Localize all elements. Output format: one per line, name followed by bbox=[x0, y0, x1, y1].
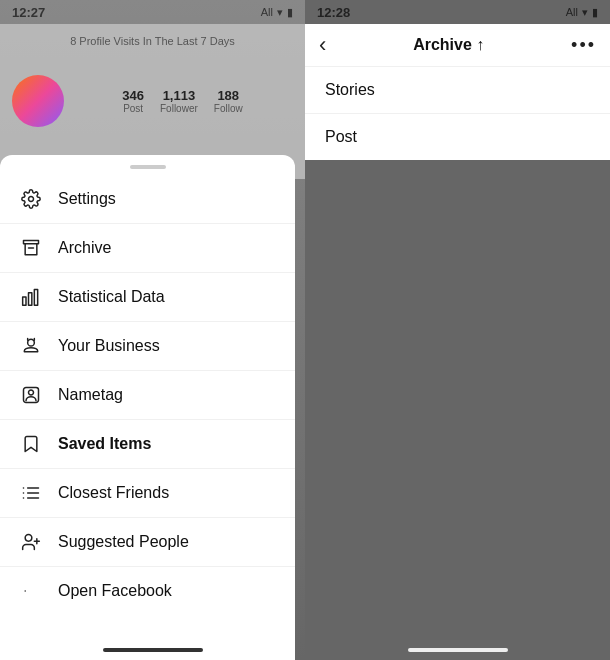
stat-following: 188 Follow bbox=[214, 88, 243, 114]
list-icon bbox=[20, 482, 42, 504]
business-icon bbox=[20, 335, 42, 357]
facebook-icon bbox=[20, 580, 42, 602]
svg-point-5 bbox=[28, 339, 35, 346]
menu-statistical-data-label: Statistical Data bbox=[58, 288, 165, 306]
stat-following-number: 188 bbox=[214, 88, 243, 103]
left-network-icon: All bbox=[261, 6, 273, 18]
nametag-icon bbox=[20, 384, 42, 406]
stat-posts-number: 346 bbox=[122, 88, 144, 103]
post-option[interactable]: Post bbox=[305, 114, 610, 160]
svg-point-14 bbox=[25, 535, 32, 542]
menu-item-nametag[interactable]: Nametag bbox=[0, 371, 295, 420]
avatar bbox=[12, 75, 64, 127]
svg-rect-4 bbox=[34, 290, 37, 306]
right-panel: 12:28 All ▾ ▮ ‹ Archive ↑ ••• Stories Po… bbox=[305, 0, 610, 660]
left-panel: 12:27 All ▾ ▮ 8 Profile Visits In The La… bbox=[0, 0, 305, 660]
drawer-handle bbox=[0, 155, 295, 175]
profile-stats: 346 Post 1,113 Follower 188 Follow bbox=[72, 88, 293, 114]
menu-settings-label: Settings bbox=[58, 190, 116, 208]
right-network-icon: All bbox=[566, 6, 578, 18]
right-home-indicator bbox=[408, 648, 508, 652]
bookmark-icon bbox=[20, 433, 42, 455]
stat-followers: 1,113 Follower bbox=[160, 88, 198, 114]
menu-item-statistical-data[interactable]: Statistical Data bbox=[0, 273, 295, 322]
left-status-time: 12:27 bbox=[12, 5, 45, 20]
menu-item-settings[interactable]: Settings bbox=[0, 175, 295, 224]
bar-chart-icon bbox=[20, 286, 42, 308]
drawer-menu: Settings Archive Statistical Data Your B… bbox=[0, 175, 295, 615]
menu-archive-label: Archive bbox=[58, 239, 111, 257]
svg-point-0 bbox=[29, 197, 34, 202]
stat-followers-label: Follower bbox=[160, 103, 198, 114]
drawer-handle-bar bbox=[130, 165, 166, 169]
svg-point-12 bbox=[23, 492, 25, 494]
left-wifi-icon: ▾ bbox=[277, 6, 283, 19]
menu-saved-items-label: Saved Items bbox=[58, 435, 151, 453]
stories-option[interactable]: Stories bbox=[305, 67, 610, 114]
archive-icon bbox=[20, 237, 42, 259]
menu-item-suggested-people[interactable]: Suggested People bbox=[0, 518, 295, 567]
menu-item-your-business[interactable]: Your Business bbox=[0, 322, 295, 371]
menu-nametag-label: Nametag bbox=[58, 386, 123, 404]
right-battery-icon: ▮ bbox=[592, 6, 598, 19]
right-status-time: 12:28 bbox=[317, 5, 350, 20]
settings-icon bbox=[20, 188, 42, 210]
stat-posts-label: Post bbox=[122, 103, 144, 114]
menu-closest-friends-label: Closest Friends bbox=[58, 484, 169, 502]
right-status-icons: All ▾ ▮ bbox=[566, 6, 598, 19]
svg-point-13 bbox=[23, 497, 25, 499]
menu-your-business-label: Your Business bbox=[58, 337, 160, 355]
archive-title: Archive ↑ bbox=[326, 36, 571, 54]
menu-open-facebook-label: Open Facebook bbox=[58, 582, 172, 600]
svg-point-7 bbox=[29, 390, 34, 395]
stat-posts: 346 Post bbox=[122, 88, 144, 114]
menu-item-open-facebook[interactable]: Open Facebook bbox=[0, 567, 295, 615]
archive-header: ‹ Archive ↑ ••• bbox=[305, 24, 610, 67]
right-wifi-icon: ▾ bbox=[582, 6, 588, 19]
svg-point-11 bbox=[23, 487, 25, 489]
add-person-icon bbox=[20, 531, 42, 553]
stat-followers-number: 1,113 bbox=[160, 88, 198, 103]
back-button[interactable]: ‹ bbox=[319, 34, 326, 56]
svg-rect-2 bbox=[23, 297, 26, 305]
right-status-bar: 12:28 All ▾ ▮ bbox=[305, 0, 610, 24]
archive-card: ‹ Archive ↑ ••• Stories Post bbox=[305, 24, 610, 160]
menu-item-closest-friends[interactable]: Closest Friends bbox=[0, 469, 295, 518]
left-status-icons: All ▾ ▮ bbox=[261, 6, 293, 19]
menu-drawer: Settings Archive Statistical Data Your B… bbox=[0, 155, 295, 660]
left-profile-row: 346 Post 1,113 Follower 188 Follow bbox=[0, 75, 305, 127]
stat-following-label: Follow bbox=[214, 103, 243, 114]
svg-rect-3 bbox=[29, 293, 32, 306]
left-battery-icon: ▮ bbox=[287, 6, 293, 19]
menu-item-saved-items[interactable]: Saved Items bbox=[0, 420, 295, 469]
left-status-bar: 12:27 All ▾ ▮ bbox=[0, 0, 305, 24]
more-button[interactable]: ••• bbox=[571, 35, 596, 56]
left-home-indicator bbox=[103, 648, 203, 652]
menu-suggested-people-label: Suggested People bbox=[58, 533, 189, 551]
menu-item-archive[interactable]: Archive bbox=[0, 224, 295, 273]
left-profile-tagline: 8 Profile Visits In The Last 7 Days bbox=[0, 35, 305, 47]
